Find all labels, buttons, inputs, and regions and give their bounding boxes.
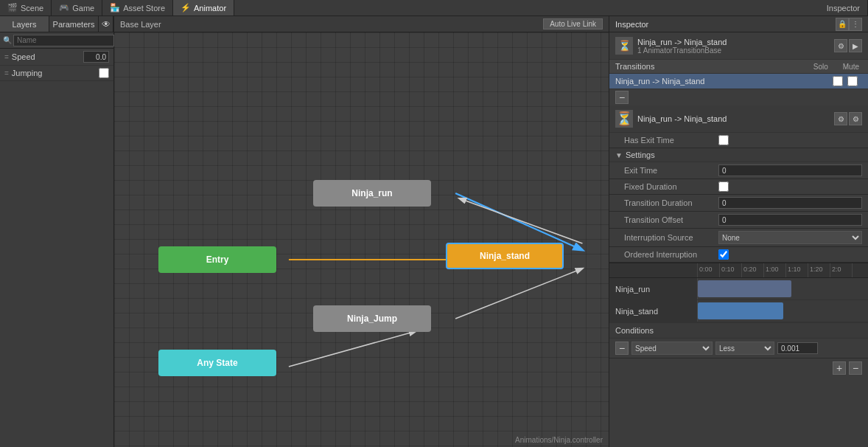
svg-line-1	[455, 193, 582, 250]
condition-param-select[interactable]: Speed Jumping	[631, 342, 713, 355]
svg-line-4	[289, 331, 416, 367]
bottom-label: Animations/Ninja.controller	[515, 436, 603, 444]
exit-time-row: Exit Time	[609, 162, 868, 179]
inspector-gear-button[interactable]: ▶	[849, 39, 862, 52]
right-panel: Inspector 🔒 ⋮ ⏳ Ninja_run -> Ninja_stand…	[609, 16, 868, 447]
state-ninja-jump[interactable]: Ninja_Jump	[313, 305, 431, 332]
transition-mute-checkbox[interactable]	[847, 76, 858, 86]
tab-inspector[interactable]: Inspector	[819, 0, 868, 15]
svg-line-3	[455, 268, 582, 319]
canvas-area[interactable]: Entry Ninja_run Ninja_stand Ninja_Jump A…	[114, 32, 609, 447]
condition-value-input[interactable]	[777, 342, 818, 354]
tab-asset-store[interactable]: 🏪 Asset Store	[102, 0, 173, 15]
inspector-menu-button[interactable]: ⋮	[849, 18, 862, 31]
scene-icon: 🎬	[7, 3, 18, 13]
main-layout: Layers Parameters 👁 🔍 + = Speed = Jumpin…	[0, 16, 868, 447]
animator-icon: ⚡	[181, 3, 191, 13]
animator-canvas: Base Layer Auto Live Link	[114, 16, 609, 447]
asset-store-icon: 🏪	[110, 3, 120, 13]
track-ninja-stand-label: Ninja_stand	[609, 300, 698, 322]
transition-detail-actions: ⚙ ⚙	[834, 112, 862, 125]
state-entry[interactable]: Entry	[158, 246, 276, 273]
transition-item[interactable]: Ninja_run -> Ninja_stand	[609, 74, 868, 89]
panel-tab-parameters[interactable]: Parameters	[49, 16, 99, 32]
track-ninja-run-label: Ninja_run	[609, 278, 698, 299]
left-panel: Layers Parameters 👁 🔍 + = Speed = Jumpin…	[0, 16, 114, 447]
transition-icon: ⏳	[615, 37, 633, 55]
inspector-content: ⏳ Ninja_run -> Ninja_stand 1 AnimatorTra…	[609, 32, 868, 447]
eye-icon[interactable]: 👁	[99, 16, 113, 32]
timeline-area: 0:00 0:10 0:20 1:00 1:10 1:20 2:0 Ninja_…	[609, 263, 868, 322]
transition-solo-checkbox[interactable]	[833, 76, 843, 86]
inspector-title-row: ⏳ Ninja_run -> Ninja_stand 1 AnimatorTra…	[609, 32, 868, 60]
remove-condition-button[interactable]: −	[615, 342, 629, 355]
top-bar: 🎬 Scene 🎮 Game 🏪 Asset Store ⚡ Animator …	[0, 0, 868, 16]
settings-arrow-icon: ▼	[615, 151, 623, 159]
arrows-svg	[114, 32, 609, 447]
track-ninja-run-bar	[698, 280, 791, 297]
ordered-interruption-checkbox[interactable]	[718, 249, 729, 260]
param-speed-value[interactable]	[83, 51, 109, 63]
search-input[interactable]	[13, 35, 114, 46]
transition-offset-row: Transition Offset	[609, 212, 868, 229]
interruption-source-select[interactable]: None Current State Next State	[718, 231, 862, 244]
equals-icon: =	[4, 53, 9, 61]
state-any-state[interactable]: Any State	[158, 350, 276, 376]
inspector-settings-button[interactable]: ⚙	[834, 39, 847, 52]
transition-gear-button[interactable]: ⚙	[849, 112, 862, 125]
auto-live-link-button[interactable]: Auto Live Link	[543, 18, 603, 30]
conditions-add-row: + −	[609, 358, 868, 378]
track-ninja-run: Ninja_run	[609, 278, 868, 300]
state-ninja-stand[interactable]: Ninja_stand	[446, 243, 564, 269]
has-exit-time-row: Has Exit Time	[609, 133, 868, 148]
track-ninja-stand: Ninja_stand	[609, 300, 868, 322]
remove-transition-button[interactable]: −	[615, 91, 629, 104]
track-ninja-run-area	[698, 278, 868, 299]
add-condition-button[interactable]: +	[833, 361, 846, 375]
interruption-source-row: Interruption Source None Current State N…	[609, 229, 868, 247]
tab-game[interactable]: 🎮 Game	[52, 0, 102, 15]
ordered-interruption-row: Ordered Interruption	[609, 247, 868, 263]
tab-scene[interactable]: 🎬 Scene	[0, 0, 52, 15]
param-speed: = Speed	[0, 49, 113, 66]
state-ninja-run[interactable]: Ninja_run	[313, 180, 431, 207]
param-jumping-checkbox[interactable]	[99, 68, 109, 78]
tab-animator[interactable]: ⚡ Animator	[173, 0, 234, 15]
transition-duration-input[interactable]	[718, 197, 862, 209]
transition-duration-row: Transition Duration	[609, 195, 868, 212]
timeline-tracks: Ninja_run Ninja_stand	[609, 278, 868, 322]
inspector-lock-button[interactable]: 🔒	[836, 18, 849, 31]
inspector-action-buttons: ⚙ ▶	[834, 39, 862, 52]
transition-offset-input[interactable]	[718, 214, 862, 226]
search-row: 🔍 +	[0, 32, 113, 49]
panel-tab-layers[interactable]: Layers	[0, 16, 49, 32]
svg-line-2	[460, 198, 583, 243]
settings-header[interactable]: ▼ Settings	[609, 148, 868, 162]
equals-icon2: =	[4, 69, 9, 77]
inspector-header: Inspector 🔒 ⋮	[609, 16, 868, 32]
transition-detail-row: ⏳ Ninja_run -> Ninja_stand ⚙ ⚙	[609, 105, 868, 133]
param-jumping: = Jumping	[0, 66, 113, 81]
inspector-title-text: Ninja_run -> Ninja_stand 1 AnimatorTrans…	[637, 38, 830, 55]
transition-detail-text: Ninja_run -> Ninja_stand	[637, 114, 830, 123]
search-icon: 🔍	[3, 36, 12, 44]
condition-operator-select[interactable]: Less Greater Equals NotEqual	[715, 342, 774, 355]
track-ninja-stand-bar	[698, 302, 783, 319]
has-exit-time-checkbox[interactable]	[718, 135, 729, 145]
transitions-header: Transitions Solo Mute	[609, 60, 868, 74]
fixed-duration-row: Fixed Duration	[609, 179, 868, 195]
canvas-header: Base Layer Auto Live Link	[114, 16, 609, 32]
exit-time-input[interactable]	[718, 164, 862, 176]
conditions-row: − Speed Jumping Less Greater Equals NotE…	[609, 339, 868, 358]
track-ninja-stand-area	[698, 300, 868, 322]
fixed-duration-checkbox[interactable]	[718, 181, 729, 192]
game-icon: 🎮	[59, 3, 69, 13]
transition-detail-icon: ⏳	[615, 110, 633, 128]
inspector-title: Inspector	[615, 20, 648, 29]
timeline-ruler: 0:00 0:10 0:20 1:00 1:10 1:20 2:0	[609, 263, 868, 278]
breadcrumb-label: Base Layer	[120, 20, 161, 29]
panel-tabs: Layers Parameters 👁	[0, 16, 113, 32]
solo-mute-labels: Solo Mute	[813, 63, 862, 71]
transition-settings-button[interactable]: ⚙	[834, 112, 847, 125]
remove-condition-row-button[interactable]: −	[849, 361, 862, 375]
